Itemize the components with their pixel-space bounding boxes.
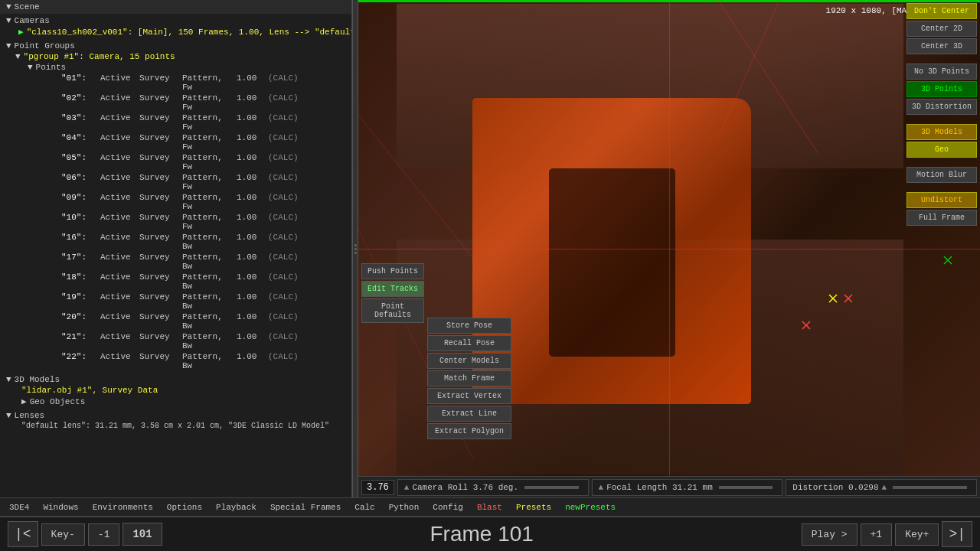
- menu-item-newpresets[interactable]: newPresets: [559, 501, 622, 514]
- 3d-models-button[interactable]: 3D Models: [906, 124, 977, 140]
- dont-center-button[interactable]: Don't Center: [906, 3, 977, 19]
- point-row[interactable]: "21": Active Survey Pattern, Bw 1.00 (CA…: [0, 331, 351, 351]
- camera-roll-segment[interactable]: ▲ Camera Roll 3.76 deg.: [397, 479, 589, 496]
- panel-divider[interactable]: [352, 0, 358, 497]
- cameras-arrow: ▼: [6, 16, 11, 25]
- prev-frame-button[interactable]: -1: [88, 523, 120, 546]
- point-row[interactable]: "16": Active Survey Pattern, Bw 1.00 (CA…: [0, 232, 351, 252]
- toolbar-spacer-4: [906, 184, 977, 191]
- distortion-triangle: ▲: [882, 483, 887, 492]
- menu-item-calc[interactable]: Calc: [348, 501, 381, 514]
- lens-entry[interactable]: "default lens": 31.21 mm, 3.58 cm x 2.01…: [0, 421, 351, 431]
- prev-key-button[interactable]: Key-: [41, 523, 85, 546]
- full-frame-button[interactable]: Full Frame: [906, 210, 977, 226]
- geo-objects-label: Geo Objects: [30, 397, 86, 406]
- menu-item-python[interactable]: Python: [383, 501, 426, 514]
- point-row[interactable]: "01": Active Survey Pattern, Fw 1.00 (CA…: [0, 73, 351, 93]
- crosshair-vertical: [669, 0, 670, 497]
- menu-item-presets[interactable]: Presets: [510, 501, 557, 514]
- match-frame-button[interactable]: Match Frame: [427, 370, 511, 386]
- point-defaults-button[interactable]: Point Defaults: [361, 298, 424, 323]
- focal-length-slider[interactable]: [719, 486, 773, 489]
- motion-blur-button[interactable]: Motion Blur: [906, 167, 977, 183]
- models-3d-arrow: ▼: [6, 375, 11, 384]
- first-frame-button[interactable]: |<: [8, 521, 38, 547]
- geo-objects-entry[interactable]: ▶ Geo Objects: [0, 396, 351, 407]
- points-group[interactable]: ▼ Points: [0, 62, 351, 73]
- center-2d-button[interactable]: Center 2D: [906, 21, 977, 37]
- undistort-button[interactable]: Undistort: [906, 192, 977, 208]
- menu-item-special-frames[interactable]: Special Frames: [264, 501, 347, 514]
- recall-pose-button[interactable]: Recall Pose: [427, 335, 511, 351]
- point-row[interactable]: "04": Active Survey Pattern, Fw 1.00 (CA…: [0, 132, 351, 152]
- camera-entry-text: "class10_sh002_v001": [Main], 150 Frames…: [27, 28, 352, 37]
- point-row[interactable]: "03": Active Survey Pattern, Fw 1.00 (CA…: [0, 112, 351, 132]
- distortion-slider[interactable]: [893, 486, 967, 489]
- pgroup-entry[interactable]: ▼ "pgroup #1": Camera, 15 points: [0, 51, 351, 62]
- point-groups-arrow: ▼: [6, 41, 11, 51]
- menu-item-windows[interactable]: Windows: [37, 501, 84, 514]
- scene-collapse-icon[interactable]: ▼: [6, 2, 11, 11]
- point-row[interactable]: "06": Active Survey Pattern, Fw 1.00 (CA…: [0, 172, 351, 192]
- push-points-button[interactable]: Push Points: [361, 263, 424, 279]
- transport-left: |< Key- -1 101: [8, 521, 162, 547]
- point-row[interactable]: "02": Active Survey Pattern, Fw 1.00 (CA…: [0, 93, 351, 112]
- camera-roll-value: 3.76: [361, 480, 394, 495]
- menu-item-blast[interactable]: Blast: [471, 501, 508, 514]
- center-models-button[interactable]: Center Models: [427, 353, 511, 369]
- extract-line-button[interactable]: Extract Line: [427, 406, 511, 422]
- transport-bar: |< Key- -1 101 Frame 101 Play > +1 Key+ …: [0, 516, 980, 551]
- no-3d-points-button[interactable]: No 3D Points: [906, 64, 977, 80]
- point-row[interactable]: "17": Active Survey Pattern, Bw 1.00 (CA…: [0, 252, 351, 272]
- model-entry-text: "lidar.obj #1", Survey Data: [21, 386, 158, 395]
- extract-vertex-button[interactable]: Extract Vertex: [427, 388, 511, 404]
- camera-roll-slider[interactable]: [524, 486, 579, 489]
- lenses-section: ▼ Lenses "default lens": 31.21 mm, 3.58 …: [0, 409, 351, 432]
- divider-dot-1: [354, 244, 357, 246]
- menu-item-environments[interactable]: Environments: [87, 501, 159, 514]
- 3d-points-button[interactable]: 3D Points: [906, 81, 977, 97]
- menu-item-options[interactable]: Options: [161, 501, 208, 514]
- menu-item-config[interactable]: Config: [426, 501, 469, 514]
- center-3d-button[interactable]: Center 3D: [906, 38, 977, 54]
- frame-number-display[interactable]: 101: [122, 523, 162, 546]
- next-key-button[interactable]: Key+: [895, 523, 939, 546]
- point-row[interactable]: "05": Active Survey Pattern, Fw 1.00 (CA…: [0, 152, 351, 172]
- models-3d-label: 3D Models: [15, 375, 60, 384]
- distortion-segment[interactable]: Distortion 0.0298 ▲: [786, 479, 977, 496]
- lens-entry-text: "default lens": 31.21 mm, 3.58 cm x 2.01…: [21, 422, 329, 430]
- store-pose-button[interactable]: Store Pose: [427, 318, 511, 334]
- 3d-distortion-button[interactable]: 3D Distortion: [906, 99, 977, 115]
- toolbar-spacer-3: [906, 159, 977, 165]
- distortion-label: Distortion 0.0298: [792, 483, 878, 492]
- camera-play-icon: ▶: [18, 27, 24, 37]
- point-row[interactable]: "18": Active Survey Pattern, Bw 1.00 (CA…: [0, 272, 351, 292]
- content-area: ▼ Scene ▼ Cameras ▶ "class10_sh002_v001"…: [0, 0, 980, 497]
- camera-entry[interactable]: ▶ "class10_sh002_v001": [Main], 150 Fram…: [0, 26, 351, 37]
- transport-center: Frame 101: [162, 522, 802, 546]
- point-row[interactable]: "19": Active Survey Pattern, Bw 1.00 (CA…: [0, 292, 351, 311]
- next-frame-button[interactable]: +1: [861, 523, 893, 546]
- point-row[interactable]: "22": Active Survey Pattern, Bw 1.00 (CA…: [0, 351, 351, 371]
- point-groups-label: Point Groups: [15, 41, 75, 51]
- models-3d-group[interactable]: ▼ 3D Models: [0, 374, 351, 385]
- model-entry[interactable]: "lidar.obj #1", Survey Data: [0, 385, 351, 396]
- models-3d-section: ▼ 3D Models "lidar.obj #1", Survey Data …: [0, 373, 351, 409]
- geo-button[interactable]: Geo: [906, 142, 977, 158]
- cameras-group[interactable]: ▼ Cameras: [0, 15, 351, 26]
- edit-tracks-button[interactable]: Edit Tracks: [361, 281, 424, 297]
- extract-polygon-button[interactable]: Extract Polygon: [427, 423, 511, 439]
- left-panel: ▼ Scene ▼ Cameras ▶ "class10_sh002_v001"…: [0, 0, 352, 497]
- lenses-group[interactable]: ▼ Lenses: [0, 410, 351, 421]
- point-groups-group[interactable]: ▼ Point Groups: [0, 41, 351, 51]
- focal-length-segment[interactable]: ▲ Focal Length 31.21 mm: [592, 479, 783, 496]
- point-row[interactable]: "09": Active Survey Pattern, Fw 1.00 (CA…: [0, 192, 351, 212]
- last-frame-button[interactable]: >|: [942, 521, 972, 547]
- play-button[interactable]: Play >: [802, 523, 858, 546]
- menu-item-3de4[interactable]: 3DE4: [3, 501, 35, 514]
- menu-item-playback[interactable]: Playback: [210, 501, 263, 514]
- camera-roll-label: Camera Roll 3.76 deg.: [412, 483, 518, 492]
- point-row[interactable]: "10": Active Survey Pattern, Fw 1.00 (CA…: [0, 212, 351, 232]
- left-viewport-toolbar: Push Points Edit Tracks Point Defaults: [358, 260, 427, 326]
- point-row[interactable]: "20": Active Survey Pattern, Bw 1.00 (CA…: [0, 311, 351, 331]
